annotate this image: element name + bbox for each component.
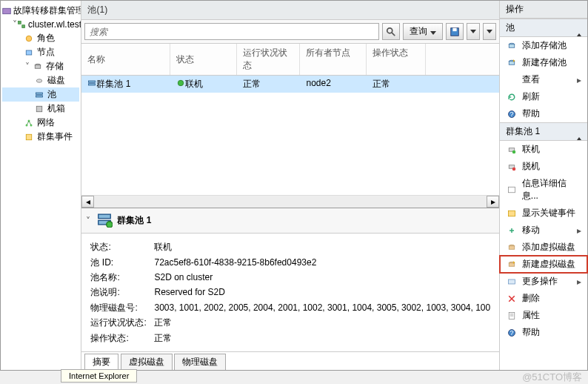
detail-title: 群集池 1: [117, 214, 151, 227]
chevron-down-icon: [470, 30, 476, 33]
action-critical[interactable]: 显示关键事件: [500, 205, 587, 222]
svg-rect-1: [19, 21, 21, 24]
action-offline[interactable]: 脱机: [500, 158, 587, 175]
collapse-icon: [577, 23, 581, 33]
col-op[interactable]: 操作状态: [367, 44, 426, 75]
collapse-button[interactable]: ˅: [86, 216, 96, 226]
svg-rect-38: [509, 245, 515, 249]
twisty-icon[interactable]: ˅: [23, 62, 32, 72]
action-group-selected[interactable]: 群集池 1: [500, 122, 587, 141]
action-info[interactable]: 信息详细信息...: [500, 175, 587, 205]
center-pane: 池(1) 查询 名称 状态 运行状况状态 所有者节点 操作状态 群集池 1 联机…: [81, 1, 500, 370]
action-props[interactable]: 属性: [500, 307, 587, 324]
add-vdisk-icon: [506, 242, 518, 254]
tab-summary[interactable]: 摘要: [84, 354, 118, 370]
col-owner[interactable]: 所有者节点: [300, 44, 367, 75]
search-row: 查询: [81, 20, 499, 44]
action-help[interactable]: ?帮助: [500, 105, 587, 122]
svg-point-15: [387, 27, 392, 33]
col-health[interactable]: 运行状况状态: [237, 44, 300, 75]
svg-point-34: [512, 167, 516, 171]
roles-icon: [23, 33, 35, 44]
action-group-pool[interactable]: 池: [500, 19, 587, 37]
props-icon: [506, 310, 518, 322]
label-status: 状态:: [90, 239, 154, 254]
tree-pools-label: 池: [47, 88, 56, 101]
action-new-vdisk[interactable]: 新建虚拟磁盘: [500, 256, 587, 273]
action-more[interactable]: 更多操作▸: [500, 273, 587, 290]
action-move[interactable]: 移动▸: [500, 222, 587, 239]
action-refresh-label: 刷新: [522, 90, 540, 103]
action-add-pool[interactable]: 添加存储池: [500, 37, 587, 54]
action-info-label: 信息详细信息...: [522, 177, 581, 202]
detail-pane: ˅ 群集池 1 状态:联机 池 ID:72ac5ef8-610f-4838-92…: [81, 208, 499, 370]
tree-root[interactable]: 故障转移群集管理器: [2, 4, 79, 18]
tab-vdisk[interactable]: 虚拟磁盘: [121, 354, 173, 370]
action-refresh[interactable]: 刷新: [500, 88, 587, 105]
value-id: 72ac5ef8-610f-4838-9215-8b6fed0493e2: [154, 255, 490, 270]
save-dropdown[interactable]: [467, 23, 480, 40]
detail-tabs: 摘要 虚拟磁盘 物理磁盘: [81, 351, 499, 370]
row-status: 联机: [185, 78, 203, 90]
tree-events-label: 群集事件: [37, 130, 73, 143]
tree-roles[interactable]: 角色: [2, 31, 79, 45]
svg-point-21: [178, 80, 184, 86]
nodes-icon: [23, 47, 35, 59]
svg-rect-0: [3, 8, 11, 14]
move-icon: [506, 225, 518, 236]
svg-rect-14: [26, 134, 32, 140]
search-input[interactable]: [84, 23, 379, 40]
action-delete[interactable]: 删除: [500, 290, 587, 307]
more-dropdown[interactable]: [483, 23, 496, 40]
delete-icon: [506, 293, 518, 305]
tree-pools[interactable]: 池: [2, 87, 79, 102]
tree-networks[interactable]: 网络: [2, 116, 79, 130]
label-name: 池名称:: [90, 270, 154, 285]
svg-point-32: [512, 150, 516, 153]
search-icon-button[interactable]: [382, 23, 400, 40]
tree-disks-label: 磁盘: [47, 74, 65, 87]
svg-point-7: [36, 79, 42, 82]
help-icon: ?: [506, 108, 518, 120]
scroll-right-button[interactable]: ▸: [487, 196, 499, 208]
critical-icon: [506, 208, 518, 219]
tree-disks[interactable]: 磁盘: [2, 73, 79, 87]
tree-nodes[interactable]: 节点: [2, 45, 79, 59]
tree-nodes-label: 节点: [37, 46, 55, 59]
storage-icon: [32, 61, 44, 73]
tree-cluster[interactable]: ˅cluster.wl.test: [2, 18, 79, 31]
svg-rect-8: [36, 93, 43, 94]
action-add-vdisk[interactable]: 添加虚拟磁盘: [500, 239, 587, 256]
save-button[interactable]: [446, 23, 464, 40]
chevron-down-icon: [487, 30, 492, 33]
value-disk: 3003, 1001, 2002, 2005, 2004, 2001, 1002…: [154, 300, 490, 315]
tree-events[interactable]: 群集事件: [2, 130, 79, 144]
row-health: 正常: [237, 76, 300, 93]
tree-storage[interactable]: ˅存储: [2, 59, 79, 73]
cluster-manager-icon: [2, 5, 11, 17]
col-name[interactable]: 名称: [81, 44, 170, 75]
row-owner: node2: [300, 76, 367, 93]
scroll-track[interactable]: [94, 196, 487, 208]
action-new-pool[interactable]: 新建存储池: [500, 54, 587, 71]
pool-list: 名称 状态 运行状况状态 所有者节点 操作状态 群集池 1 联机 正常 node…: [81, 44, 499, 208]
list-row[interactable]: 群集池 1 联机 正常 node2 正常: [81, 76, 499, 93]
scroll-left-button[interactable]: ◂: [81, 196, 94, 208]
action-critical-label: 显示关键事件: [522, 207, 575, 219]
col-status[interactable]: 状态: [170, 44, 237, 75]
query-button[interactable]: 查询: [403, 23, 443, 40]
horizontal-scrollbar[interactable]: ◂ ▸: [81, 195, 499, 208]
svg-rect-4: [26, 50, 32, 55]
action-help2[interactable]: ?帮助: [500, 324, 587, 341]
svg-text:?: ?: [510, 110, 514, 118]
detail-body: 状态:联机 池 ID:72ac5ef8-610f-4838-9215-8b6fe…: [81, 234, 499, 351]
new-vdisk-icon: [506, 259, 518, 271]
tree-enclosures[interactable]: 机箱: [2, 102, 79, 116]
action-online[interactable]: 联机: [500, 141, 587, 158]
ie-tooltip: Internet Explorer: [61, 369, 137, 383]
tab-pdisk[interactable]: 物理磁盘: [174, 354, 226, 370]
action-view[interactable]: 查看▸: [500, 71, 587, 88]
refresh-icon: [506, 91, 518, 103]
tree-networks-label: 网络: [37, 116, 55, 129]
label-disk: 物理磁盘号:: [90, 300, 154, 315]
